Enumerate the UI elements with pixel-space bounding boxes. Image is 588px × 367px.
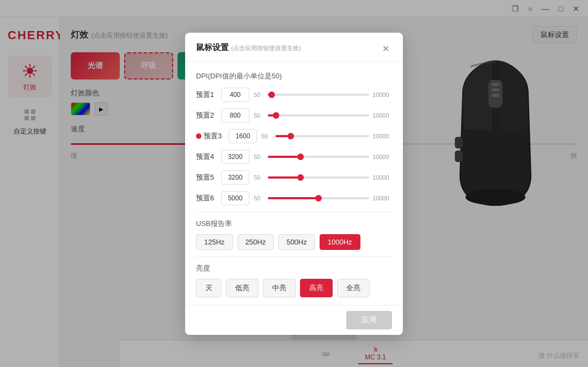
modal-title: 鼠标设置 [196, 42, 229, 52]
usb-section-title: USB报告率 [196, 219, 392, 229]
dpi-slider-area-2: 50 10000 [254, 112, 392, 119]
divider-2 [196, 256, 392, 257]
dpi-row-6: 预置6 5000 50 10000 [196, 191, 392, 205]
dpi-max-label-3: 10000 [372, 133, 392, 139]
dpi-value-6[interactable]: 5000 [221, 191, 249, 205]
dpi-max-label-1: 10000 [372, 91, 392, 98]
dpi-max-label-5: 10000 [372, 174, 392, 181]
dpi-min-label-3: 50 [261, 133, 272, 139]
brightness-btn-off[interactable]: 灭 [196, 279, 222, 297]
brightness-btn-mid[interactable]: 中亮 [263, 279, 296, 297]
usb-buttons-group: 125Hz 250Hz 500Hz 1000Hz [196, 234, 392, 250]
dpi-slider-track-6[interactable] [268, 197, 369, 199]
modal-body: DPI(DPI值的最小单位是50) 预置1 400 50 10000 预置2 8… [185, 62, 403, 305]
dpi-min-label-4: 50 [254, 154, 265, 160]
dpi-label-2: 预置2 [196, 111, 217, 120]
brightness-section-title: 亮度 [196, 264, 392, 273]
usb-btn-500hz[interactable]: 500Hz [278, 234, 315, 250]
modal-subtitle: (点击应用按钮使设置生效) [231, 45, 301, 51]
dpi-slider-track-1[interactable] [268, 94, 369, 96]
dpi-slider-thumb-1[interactable] [268, 91, 275, 98]
brightness-buttons-group: 灭 低亮 中亮 高亮 全亮 [196, 279, 392, 297]
dpi-label-6: 预置6 [196, 193, 217, 203]
dpi-row-4: 预置4 3200 50 10000 [196, 150, 392, 164]
dpi-min-label-1: 50 [254, 91, 265, 98]
brightness-btn-high[interactable]: 高亮 [300, 279, 333, 297]
dpi-slider-area-6: 50 10000 [254, 195, 392, 201]
dpi-label-4: 预置4 [196, 152, 217, 162]
dpi-max-label-6: 10000 [372, 195, 392, 201]
dpi-slider-thumb-3[interactable] [287, 133, 294, 139]
dpi-row-2: 预置2 800 50 10000 [196, 108, 392, 123]
dpi-row-1: 预置1 400 50 10000 [196, 88, 392, 102]
dpi-label-1: 预置1 [196, 90, 217, 100]
dpi-slider-thumb-5[interactable] [297, 174, 304, 181]
dpi-slider-track-4[interactable] [268, 156, 369, 158]
modal-overlay[interactable]: 鼠标设置 (点击应用按钮使设置生效) ✕ DPI(DPI值的最小单位是50) 预… [0, 0, 588, 367]
dpi-max-label-4: 10000 [372, 154, 392, 160]
modal-apply-button[interactable]: 应用 [346, 311, 392, 329]
usb-btn-250hz[interactable]: 250Hz [237, 234, 274, 250]
dpi-section-title: DPI(DPI值的最小单位是50) [196, 71, 392, 81]
dpi-label-5: 预置5 [196, 173, 217, 182]
modal-title-area: 鼠标设置 (点击应用按钮使设置生效) [196, 42, 301, 53]
brightness-section: 亮度 灭 低亮 中亮 高亮 全亮 [196, 264, 392, 297]
modal-close-button[interactable]: ✕ [379, 42, 392, 56]
mouse-settings-modal: 鼠标设置 (点击应用按钮使设置生效) ✕ DPI(DPI值的最小单位是50) 预… [185, 33, 403, 335]
modal-footer: 应用 [185, 305, 403, 335]
dpi-max-label-2: 10000 [372, 112, 392, 119]
dpi-slider-fill-5 [268, 176, 301, 179]
usb-btn-125hz[interactable]: 125Hz [196, 234, 233, 250]
modal-header: 鼠标设置 (点击应用按钮使设置生效) ✕ [185, 33, 403, 62]
dpi-slider-track-2[interactable] [268, 114, 369, 117]
dpi-min-label-6: 50 [254, 195, 265, 201]
dpi-slider-thumb-2[interactable] [273, 112, 279, 119]
dpi-value-2[interactable]: 800 [221, 108, 249, 123]
brightness-btn-full[interactable]: 全亮 [337, 279, 370, 297]
dpi-min-label-2: 50 [254, 112, 265, 119]
dpi-slider-fill-6 [268, 197, 318, 199]
dpi-active-indicator-3 [196, 133, 201, 139]
dpi-slider-thumb-4[interactable] [297, 154, 304, 160]
dpi-slider-track-5[interactable] [268, 176, 369, 179]
dpi-slider-area-3: 50 10000 [261, 133, 392, 139]
dpi-slider-area-4: 50 10000 [254, 154, 392, 160]
dpi-slider-fill-4 [268, 156, 301, 158]
usb-btn-1000hz[interactable]: 1000Hz [320, 234, 360, 250]
dpi-value-4[interactable]: 3200 [221, 150, 249, 164]
usb-rate-section: USB报告率 125Hz 250Hz 500Hz 1000Hz [196, 219, 392, 250]
dpi-value-3[interactable]: 1600 [229, 129, 257, 143]
dpi-value-5[interactable]: 3200 [221, 170, 249, 185]
brightness-btn-low[interactable]: 低亮 [226, 279, 259, 297]
dpi-slider-area-5: 50 10000 [254, 174, 392, 181]
dpi-slider-area-1: 50 10000 [254, 91, 392, 98]
dpi-row-5: 预置5 3200 50 10000 [196, 170, 392, 185]
dpi-slider-thumb-6[interactable] [315, 195, 322, 201]
divider-1 [196, 212, 392, 212]
dpi-label-3: 预置3 [204, 131, 224, 141]
dpi-value-1[interactable]: 400 [221, 88, 249, 102]
dpi-slider-track-3[interactable] [275, 135, 369, 137]
dpi-min-label-5: 50 [254, 174, 265, 181]
dpi-row-3: 预置3 1600 50 10000 [196, 129, 392, 143]
